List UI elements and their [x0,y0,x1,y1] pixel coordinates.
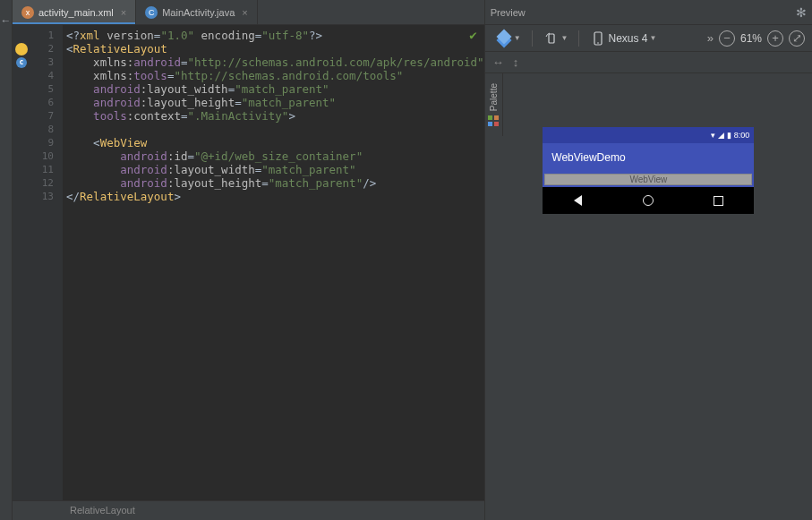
device-name: Nexus 4 [608,32,647,45]
more-icon[interactable]: » [707,31,714,45]
orientation-icon [543,30,560,47]
status-time: 8:00 [734,131,750,140]
line-gutter: 12c345678910111213 [13,25,63,500]
close-icon[interactable]: × [242,7,247,18]
webview-label: WebView [629,175,667,184]
line-number: 4 [30,69,63,82]
left-gutter: ← [0,0,13,520]
line-number: 1 [30,29,63,42]
editor-tabs: x activity_main.xml × C MainActivity.jav… [13,0,484,25]
line-number: 9 [30,136,63,149]
checkmark-icon: ✔ [469,29,476,42]
back-button[interactable] [570,192,586,209]
collapse-arrow-icon[interactable]: ← [0,0,12,27]
code-line[interactable]: android:layout_height="match_parent"/> [66,176,484,190]
device-selector[interactable]: Nexus 4 ▼ [586,28,660,49]
preview-pane: Preview ✻ ▼ ▼ Nexus 4 ▼ [485,0,812,520]
line-number: 6 [30,96,63,109]
signal-icon: ◢ [718,131,724,140]
zoom-fit-button[interactable]: ⤢ [789,30,805,47]
code-line[interactable]: </RelativeLayout> [66,190,484,203]
class-icon[interactable]: c [16,57,27,68]
design-surface-button[interactable]: ▼ [492,28,525,49]
tab-main-activity[interactable]: C MainActivity.java × [136,0,258,24]
app-title: WebViewDemo [551,151,625,164]
code-line[interactable]: android:layout_width="match_parent" [66,163,484,176]
zoom-value: 61% [740,32,762,45]
code-line[interactable]: android:layout_width="match_parent" [66,82,484,96]
device-content: WebView [543,172,754,187]
svg-rect-3 [488,115,492,120]
code-line[interactable]: xmlns:tools="http://schemas.android.com/… [66,69,484,82]
code-line[interactable]: <RelativeLayout [66,42,484,55]
recents-button[interactable] [711,192,727,209]
preview-canvas[interactable]: Palette ▾ ◢ ▮ 8:00 WebViewDemo WebView [485,73,812,520]
xml-file-icon: x [21,6,34,19]
tab-activity-main[interactable]: x activity_main.xml × [13,0,136,24]
preview-toolbar: ▼ ▼ Nexus 4 ▼ » − 61% + [485,25,812,52]
wifi-icon: ▾ [711,131,715,140]
svg-rect-5 [488,122,492,126]
line-number: 13 [30,190,63,203]
line-number: 12 [30,176,63,190]
palette-icon [488,115,499,126]
preview-title: Preview [491,7,526,18]
svg-rect-6 [494,122,499,126]
zoom-out-button[interactable]: − [719,30,735,47]
line-number: 3 [30,55,63,69]
tab-label: MainActivity.java [162,7,235,18]
line-number: 2 [30,42,63,55]
line-number: 8 [30,123,63,136]
java-file-icon: C [145,6,158,19]
code-line[interactable]: android:layout_height="match_parent" [66,96,484,109]
home-button[interactable] [640,192,656,209]
line-number: 7 [30,109,63,123]
webview-placeholder[interactable]: WebView [544,174,752,185]
code-line[interactable]: tools:context=".MainActivity"> [66,109,484,123]
close-icon[interactable]: × [121,7,126,18]
line-number: 10 [30,149,63,163]
resize-hints: ↔ ↕ [485,52,812,73]
code-area[interactable]: 12c345678910111213 ✔ <?xml version="1.0"… [13,25,484,500]
code-line[interactable]: android:id="@+id/web_size_container" [66,149,484,163]
vertical-arrow-icon[interactable]: ↕ [513,55,519,69]
intention-bulb-icon[interactable] [15,43,28,55]
gear-icon[interactable]: ✻ [796,5,807,20]
layers-icon [497,31,511,46]
palette-tab[interactable]: Palette [485,73,503,136]
code-line[interactable]: <WebView [66,136,484,149]
code-line[interactable]: xmlns:android="http://schemas.android.co… [66,55,484,69]
line-number: 5 [30,82,63,96]
palette-label: Palette [489,83,499,111]
code-line[interactable] [66,123,484,136]
nav-bar [543,187,754,214]
status-bar: ▾ ◢ ▮ 8:00 [543,127,754,143]
device-frame: ▾ ◢ ▮ 8:00 WebViewDemo WebView [543,127,754,214]
app-bar: WebViewDemo [543,143,754,172]
phone-icon [590,30,606,47]
svg-rect-0 [549,34,554,43]
code-line[interactable]: <?xml version="1.0" encoding="utf-8"?> [66,29,484,42]
code-content[interactable]: ✔ <?xml version="1.0" encoding="utf-8"?>… [63,25,484,500]
preview-header: Preview ✻ [485,0,812,25]
zoom-in-button[interactable]: + [767,30,783,47]
breadcrumb[interactable]: RelativeLayout [13,500,484,520]
svg-point-2 [598,42,600,44]
svg-rect-4 [494,115,499,120]
horizontal-arrow-icon[interactable]: ↔ [492,55,504,69]
orientation-button[interactable]: ▼ [540,28,572,49]
tab-label: activity_main.xml [38,7,114,18]
line-number: 11 [30,163,63,176]
editor-pane: x activity_main.xml × C MainActivity.jav… [13,0,485,520]
battery-icon: ▮ [727,131,731,140]
